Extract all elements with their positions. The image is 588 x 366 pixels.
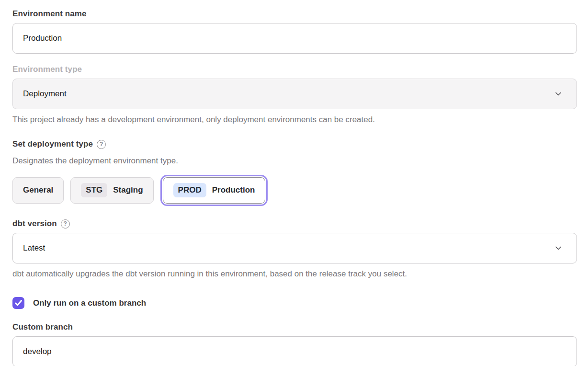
environment-name-input[interactable] [12,23,577,54]
environment-settings-form: Environment name Environment type Deploy… [0,0,588,366]
custom-branch-input[interactable] [12,336,577,366]
custom-branch-toggle-label[interactable]: Only run on a custom branch [33,298,146,308]
help-question-icon[interactable]: ? [61,219,70,229]
checkmark-icon [15,300,22,306]
chevron-down-icon [554,244,563,252]
environment-type-select[interactable]: Deployment [12,79,577,109]
staging-badge: STG [81,183,107,197]
environment-name-label: Environment name [12,9,577,19]
production-badge: PROD [173,183,206,197]
deployment-type-label: Set deployment type [12,139,93,149]
dbt-version-helper: dbt automatically upgrades the dbt versi… [12,269,577,279]
custom-branch-label: Custom branch [12,322,577,332]
help-question-icon[interactable]: ? [97,140,106,149]
chevron-down-icon [554,90,563,98]
custom-branch-toggle-row: Only run on a custom branch [12,297,577,309]
environment-type-value: Deployment [23,89,67,99]
deployment-type-helper: Designates the deployment environment ty… [12,156,577,166]
dbt-version-value: Latest [23,243,45,253]
deployment-type-production-label: Production [212,185,255,195]
dbt-version-label: dbt version [12,218,57,229]
deployment-type-general-label: General [23,185,53,195]
dbt-version-select[interactable]: Latest [12,233,577,263]
environment-type-helper: This project already has a development e… [12,114,577,125]
deployment-type-options: General STG Staging PROD Production [12,174,577,206]
environment-type-label: Environment type [12,64,577,75]
deployment-type-staging-button[interactable]: STG Staging [70,177,153,204]
custom-branch-checkbox[interactable] [12,297,24,309]
deployment-type-staging-label: Staging [113,185,143,195]
deployment-type-general-button[interactable]: General [12,177,64,204]
deployment-type-production-button[interactable]: PROD Production [163,177,266,204]
